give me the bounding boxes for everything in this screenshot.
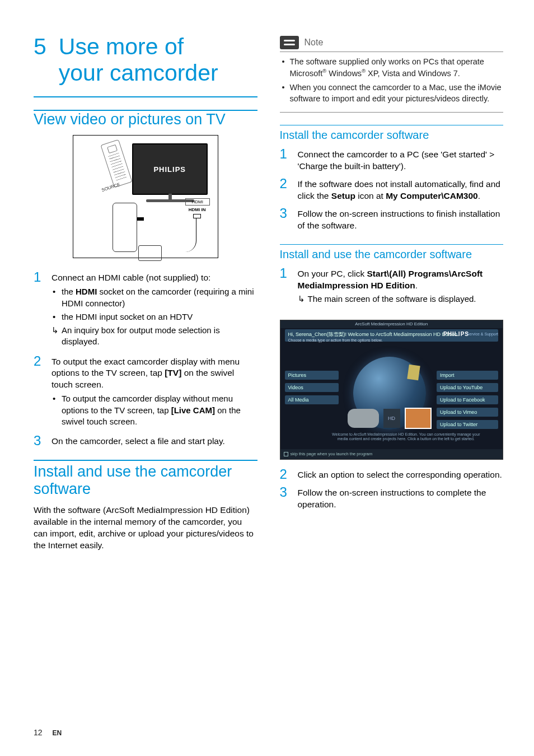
note-item: When you connect the camcorder to a Mac,… bbox=[281, 82, 503, 104]
step: 3Follow the on-screen instructions to fi… bbox=[280, 207, 504, 232]
install-use-intro: With the software (ArcSoft MediaImpressi… bbox=[34, 505, 257, 552]
step: 1On your PC, click Start\(All) Programs\… bbox=[280, 267, 504, 307]
sub-bullet: To output the camcorder display without … bbox=[51, 393, 257, 427]
sub-bullet: the HDMI input socket on an HDTV bbox=[51, 311, 257, 323]
camcorder-icon bbox=[113, 203, 137, 252]
hdmi-label: HDMI bbox=[185, 198, 210, 206]
step-body: Connect the camcorder to a PC (see 'Get … bbox=[298, 147, 504, 172]
ss-hd-label: HD bbox=[383, 409, 400, 428]
page-footer: 12 EN bbox=[34, 728, 62, 737]
step-body: Connect an HDMI cable (not supplied) to:… bbox=[51, 270, 257, 349]
chapter-number: 5 bbox=[34, 34, 46, 86]
ss-right-button: Upload to Twitter bbox=[437, 420, 498, 429]
remote-icon bbox=[100, 139, 132, 188]
ss-bottom-bar: skip this page when you launch the progr… bbox=[280, 449, 503, 459]
page-lang: EN bbox=[52, 729, 62, 737]
ss-right-button: Upload to YouTube bbox=[437, 383, 498, 392]
step-body: Click an option to select the correspond… bbox=[298, 468, 504, 481]
tv-icon: PHILIPS bbox=[132, 143, 208, 195]
chapter-heading: 5 Use more of your camcorder bbox=[34, 34, 257, 86]
ss-brand: PHILIPS bbox=[443, 331, 469, 337]
step-number: 1 bbox=[34, 270, 44, 349]
result-arrow-item: The main screen of the software is displ… bbox=[298, 293, 504, 305]
install-software-steps: 1Connect the camcorder to a PC (see 'Get… bbox=[280, 147, 504, 232]
install-use-steps-bottom: 2Click an option to select the correspon… bbox=[280, 468, 504, 511]
ss-left-button: Pictures bbox=[285, 371, 339, 380]
note-list: The software supplied only works on PCs … bbox=[281, 57, 503, 104]
step-number: 2 bbox=[280, 468, 290, 481]
chapter-title-line2: your camcorder bbox=[59, 60, 218, 86]
step: 1Connect an HDMI cable (not supplied) to… bbox=[34, 270, 257, 349]
step-number: 3 bbox=[280, 486, 290, 511]
ss-titlebar: ArcSoft MediaImpression HD Edition bbox=[280, 320, 503, 328]
arcsoft-screenshot: ArcSoft MediaImpression HD Edition Hi, S… bbox=[280, 320, 504, 460]
result-arrow-item: An inquiry box for output mode selection… bbox=[51, 325, 257, 348]
step: 3On the camcorder, select a file and sta… bbox=[34, 434, 257, 447]
step: 1Connect the camcorder to a PC (see 'Get… bbox=[280, 147, 504, 172]
step-body: If the software does not install automat… bbox=[298, 177, 504, 202]
ss-support: Service & Support bbox=[467, 332, 498, 336]
section-install-use-software: Install and use the camcorder software bbox=[34, 460, 257, 498]
ss-photo-icon bbox=[405, 408, 432, 429]
step: 2If the software does not install automa… bbox=[280, 177, 504, 202]
step-body: Follow the on-screen instructions to com… bbox=[298, 486, 504, 511]
ss-camcorder-icon bbox=[348, 409, 379, 428]
step: 3Follow the on-screen instructions to co… bbox=[280, 486, 504, 511]
hdmi-cable-icon bbox=[140, 218, 196, 252]
step-number: 1 bbox=[280, 147, 290, 172]
note-box: Note The software supplied only works on… bbox=[280, 34, 504, 113]
ss-skip-checkbox bbox=[284, 452, 288, 456]
hdmi-connection-diagram: SOURCE PHILIPS HDMI HDMI IN bbox=[73, 135, 218, 258]
ss-right-button: Upload to Vimeo bbox=[437, 408, 498, 417]
sub-bullet: the HDMI socket on the camcorder (requir… bbox=[51, 286, 257, 309]
subhead-install-and-use: Install and use the camcorder software bbox=[280, 244, 504, 261]
note-label: Note bbox=[305, 38, 324, 48]
section-view-on-tv: View video or pictures on TV bbox=[34, 110, 257, 128]
note-item: The software supplied only works on PCs … bbox=[281, 57, 503, 79]
page-number: 12 bbox=[34, 728, 43, 737]
hdmi-port-icon bbox=[193, 214, 201, 218]
tv-brand-label: PHILIPS bbox=[153, 165, 186, 174]
subhead-install-camcorder-software: Install the camcorder software bbox=[280, 125, 504, 142]
view-on-tv-steps: 1Connect an HDMI cable (not supplied) to… bbox=[34, 270, 257, 447]
step: 2To output the exact camcorder display w… bbox=[34, 354, 257, 430]
chapter-title-line1: Use more of bbox=[59, 34, 184, 59]
ss-left-button: Videos bbox=[285, 383, 339, 392]
step-body: On your PC, click Start\(All) Programs\A… bbox=[298, 267, 504, 307]
chapter-rule bbox=[34, 96, 257, 97]
hdmi-in-label: HDMI IN bbox=[189, 207, 206, 212]
ss-right-buttons: ImportUpload to YouTubeUpload to Faceboo… bbox=[437, 371, 498, 432]
step-number: 2 bbox=[280, 177, 290, 202]
step-number: 2 bbox=[34, 354, 44, 430]
ss-left-buttons: PicturesVideosAll Media bbox=[285, 371, 339, 408]
step: 2Click an option to select the correspon… bbox=[280, 468, 504, 481]
ss-left-button: All Media bbox=[285, 395, 339, 404]
step-body: To output the exact camcorder display wi… bbox=[51, 354, 257, 430]
ss-footer-text: Welcome to ArcSoft MediaImpression HD Ed… bbox=[332, 432, 481, 442]
ss-right-button: Import bbox=[437, 371, 498, 380]
music-note-icon bbox=[407, 364, 420, 380]
step-body: On the camcorder, select a file and star… bbox=[51, 434, 257, 447]
step-number: 3 bbox=[34, 434, 44, 447]
install-use-steps-top: 1On your PC, click Start\(All) Programs\… bbox=[280, 267, 504, 307]
step-body: Follow the on-screen instructions to fin… bbox=[298, 207, 504, 232]
step-number: 3 bbox=[280, 207, 290, 232]
step-number: 1 bbox=[280, 267, 290, 307]
source-label: SOURCE bbox=[101, 182, 120, 193]
ss-right-button: Upload to Facebook bbox=[437, 395, 498, 404]
note-icon bbox=[280, 36, 299, 49]
